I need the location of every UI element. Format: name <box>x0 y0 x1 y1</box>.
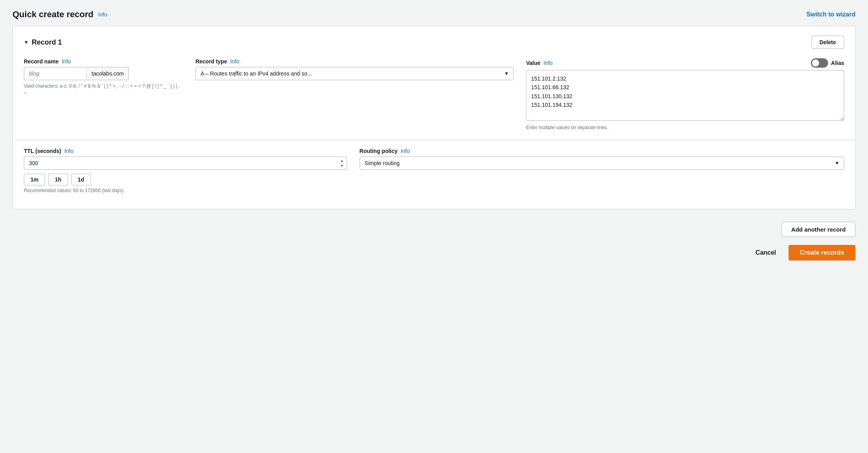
alias-toggle[interactable] <box>811 58 828 68</box>
routing-policy-info-link[interactable]: Info <box>401 148 410 154</box>
record-title: Record 1 <box>32 38 62 47</box>
record-name-input[interactable] <box>24 67 86 80</box>
page-title: Quick create record <box>13 9 94 20</box>
ttl-col: TTL (seconds) Info ▲ ▼ 1m 1h 1d Recommen… <box>24 148 347 193</box>
ttl-spinners: ▲ ▼ <box>339 158 346 168</box>
record-name-label: Record name Info <box>24 58 183 65</box>
ttl-decrement-button[interactable]: ▼ <box>339 164 346 168</box>
routing-policy-select-wrapper: Simple routing Failover Geolocation Geop… <box>360 156 844 170</box>
ttl-label: TTL (seconds) Info <box>24 148 347 154</box>
ttl-row: TTL (seconds) Info ▲ ▼ 1m 1h 1d Recommen… <box>24 148 844 193</box>
record-type-label: Record type Info <box>195 58 513 65</box>
record-name-info-link[interactable]: Info <box>62 58 71 65</box>
add-record-actions: Add another record <box>13 216 855 239</box>
ttl-preset-1m[interactable]: 1m <box>24 174 45 185</box>
collapse-icon[interactable]: ▼ <box>24 40 29 45</box>
record-type-select-wrapper: A – Routes traffic to an IPv4 address an… <box>195 67 513 80</box>
record-type-select[interactable]: A – Routes traffic to an IPv4 address an… <box>195 67 513 80</box>
value-label: Value Info <box>526 60 553 66</box>
header-bar: Quick create record Info Switch to wizar… <box>13 9 855 26</box>
record-type-col: Record type Info A – Routes traffic to a… <box>195 58 513 80</box>
header-left: Quick create record Info <box>13 9 107 20</box>
ttl-increment-button[interactable]: ▲ <box>339 158 346 163</box>
create-records-button[interactable]: Create records <box>789 245 855 261</box>
record-name-row: tacolabs.com <box>24 67 183 80</box>
alias-toggle-row: Alias <box>811 58 844 68</box>
record-title-row: ▼ Record 1 <box>24 38 62 47</box>
value-info-link[interactable]: Info <box>544 60 553 66</box>
value-textarea[interactable]: 151.101.2.132 151.101.66.132 151.101.130… <box>526 70 844 121</box>
ttl-presets: 1m 1h 1d <box>24 174 347 185</box>
section-divider <box>13 140 855 140</box>
delete-button[interactable]: Delete <box>811 36 844 49</box>
value-header: Value Info Alias <box>526 58 844 68</box>
cancel-button[interactable]: Cancel <box>749 245 782 260</box>
routing-policy-col: Routing policy Info Simple routing Failo… <box>360 148 844 170</box>
add-another-record-button[interactable]: Add another record <box>782 222 855 237</box>
domain-suffix: tacolabs.com <box>86 67 129 80</box>
ttl-preset-1d[interactable]: 1d <box>71 174 91 185</box>
record-panel: ▼ Record 1 Delete Record name Info tacol… <box>13 26 855 209</box>
record-type-info-link[interactable]: Info <box>230 58 239 65</box>
routing-policy-select[interactable]: Simple routing Failover Geolocation Geop… <box>360 156 844 170</box>
form-row-1: Record name Info tacolabs.com Valid char… <box>24 58 844 130</box>
routing-policy-label: Routing policy Info <box>360 148 844 154</box>
footer-actions: Cancel Create records <box>13 239 855 267</box>
valid-chars-hint: Valid characters: a-z, 0-9, ! " # $ % & … <box>24 83 183 97</box>
page-info-link[interactable]: Info <box>98 11 107 18</box>
record-name-col: Record name Info tacolabs.com Valid char… <box>24 58 183 97</box>
ttl-input-wrapper: ▲ ▼ <box>24 156 347 170</box>
ttl-preset-1h[interactable]: 1h <box>48 174 68 185</box>
value-col: Value Info Alias 151.101.2.132 151.101.6… <box>526 58 844 130</box>
ttl-input[interactable] <box>24 156 347 170</box>
ttl-recommended-text: Recommended values: 60 to 172800 (two da… <box>24 188 347 193</box>
switch-wizard-button[interactable]: Switch to wizard <box>807 11 855 18</box>
record-header: ▼ Record 1 Delete <box>24 36 844 49</box>
alias-label: Alias <box>831 60 844 66</box>
ttl-info-link[interactable]: Info <box>64 148 73 154</box>
value-hint: Enter multiple values on separate lines. <box>526 125 844 130</box>
